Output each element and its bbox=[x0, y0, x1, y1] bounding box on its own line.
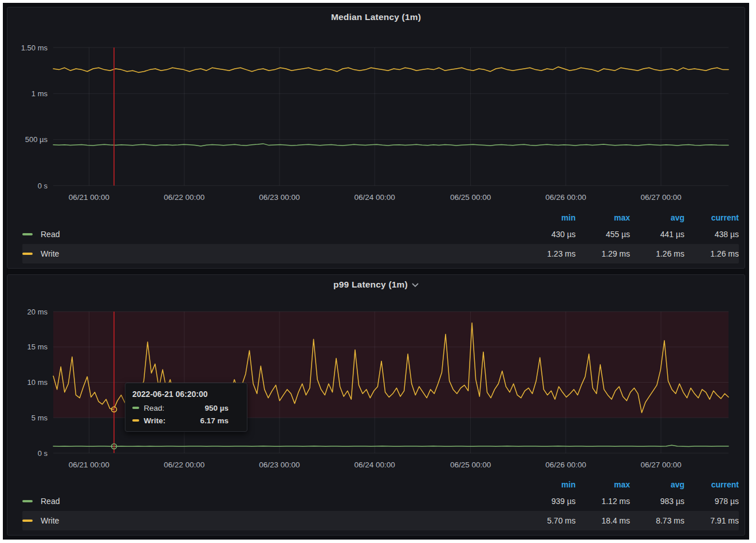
legend-row-write: Write 5.70 ms 18.4 ms 8.73 ms 7.91 ms bbox=[22, 511, 739, 530]
stat-current: 978 µs bbox=[684, 497, 739, 506]
legend-row-read: Read 430 µs 455 µs 441 µs 438 µs bbox=[22, 225, 739, 244]
chevron-down-icon[interactable] bbox=[412, 283, 419, 288]
stat-max: 1.29 ms bbox=[576, 249, 630, 258]
legend-stat-header-current[interactable]: current bbox=[684, 480, 739, 489]
legend-stats-header: min max avg current bbox=[22, 211, 739, 225]
svg-text:5 ms: 5 ms bbox=[32, 413, 48, 422]
stat-min: 939 µs bbox=[521, 497, 576, 506]
svg-text:06/22 00:00: 06/22 00:00 bbox=[164, 461, 204, 469]
stat-min: 1.23 ms bbox=[521, 249, 576, 258]
stat-min: 5.70 ms bbox=[521, 516, 576, 525]
svg-text:06/26 00:00: 06/26 00:00 bbox=[545, 461, 586, 469]
p99-latency-chart-canvas[interactable]: 0 s5 ms10 ms15 ms20 ms06/21 00:0006/22 0… bbox=[7, 294, 745, 478]
series-color-icon[interactable] bbox=[22, 500, 33, 502]
legend-stats: 430 µs 455 µs 441 µs 438 µs bbox=[521, 230, 739, 239]
stat-avg: 441 µs bbox=[630, 230, 684, 239]
legend-stat-header-min[interactable]: min bbox=[521, 480, 576, 489]
svg-text:06/25 00:00: 06/25 00:00 bbox=[450, 461, 491, 469]
svg-text:06/21 00:00: 06/21 00:00 bbox=[69, 193, 109, 202]
svg-text:0 s: 0 s bbox=[38, 448, 48, 457]
stat-avg: 8.73 ms bbox=[630, 516, 684, 525]
legend-stat-header-current[interactable]: current bbox=[684, 213, 739, 222]
legend-stats: 5.70 ms 18.4 ms 8.73 ms 7.91 ms bbox=[521, 516, 739, 525]
stat-current: 7.91 ms bbox=[684, 516, 739, 525]
tooltip-row-read: Read: 950 µs bbox=[132, 404, 240, 412]
tooltip-series-label: Write: bbox=[144, 416, 166, 425]
series-toggle-read[interactable]: Read bbox=[41, 230, 60, 239]
median-latency-chart-canvas[interactable]: 0 s500 µs1 ms1.50 ms06/21 00:0006/22 00:… bbox=[7, 27, 745, 211]
series-toggle-write[interactable]: Write bbox=[41, 516, 59, 525]
legend-stat-header-min[interactable]: min bbox=[521, 213, 576, 222]
stat-avg: 983 µs bbox=[630, 497, 684, 506]
series-color-icon[interactable] bbox=[22, 233, 33, 235]
svg-text:20 ms: 20 ms bbox=[27, 307, 48, 316]
legend-stats: 1.23 ms 1.29 ms 1.26 ms 1.26 ms bbox=[521, 249, 739, 258]
legend-row-read: Read 939 µs 1.12 ms 983 µs 978 µs bbox=[22, 491, 739, 511]
svg-text:06/27 00:00: 06/27 00:00 bbox=[640, 193, 681, 202]
svg-text:06/24 00:00: 06/24 00:00 bbox=[355, 193, 395, 202]
svg-text:06/23 00:00: 06/23 00:00 bbox=[259, 193, 300, 202]
svg-text:06/25 00:00: 06/25 00:00 bbox=[450, 193, 491, 202]
svg-text:1 ms: 1 ms bbox=[32, 89, 48, 98]
svg-text:06/22 00:00: 06/22 00:00 bbox=[164, 193, 204, 202]
svg-text:10 ms: 10 ms bbox=[27, 378, 48, 387]
svg-text:1.50 ms: 1.50 ms bbox=[21, 44, 48, 52]
svg-text:06/27 00:00: 06/27 00:00 bbox=[640, 461, 681, 469]
panel-title: Median Latency (1m) bbox=[331, 12, 421, 22]
stat-current: 438 µs bbox=[684, 230, 739, 239]
p99-latency-chart-area[interactable]: 0 s5 ms10 ms15 ms20 ms06/21 00:0006/22 0… bbox=[7, 294, 745, 478]
legend-stat-header-avg[interactable]: avg bbox=[630, 213, 684, 222]
dashboard: Median Latency (1m) 0 s500 µs1 ms1.50 ms… bbox=[3, 3, 749, 540]
graph-tooltip: 2022-06-21 06:20:00 Read: 950 µs Write: … bbox=[125, 383, 247, 432]
svg-text:06/21 00:00: 06/21 00:00 bbox=[69, 461, 109, 469]
legend-stats: 939 µs 1.12 ms 983 µs 978 µs bbox=[521, 497, 739, 506]
series-color-icon[interactable] bbox=[22, 520, 33, 522]
legend: min max avg current Read 430 µs 455 µs 4… bbox=[7, 211, 745, 268]
stat-current: 1.26 ms bbox=[684, 249, 739, 258]
svg-text:15 ms: 15 ms bbox=[27, 343, 48, 351]
stat-max: 1.12 ms bbox=[576, 497, 630, 506]
stat-min: 430 µs bbox=[521, 230, 576, 239]
svg-text:0 s: 0 s bbox=[38, 182, 48, 190]
legend-row-write: Write 1.23 ms 1.29 ms 1.26 ms 1.26 ms bbox=[22, 244, 739, 263]
panel-median-latency: Median Latency (1m) 0 s500 µs1 ms1.50 ms… bbox=[7, 7, 745, 269]
tooltip-series-label: Read: bbox=[144, 404, 164, 412]
series-color-icon bbox=[132, 407, 139, 409]
panel-title: p99 Latency (1m) bbox=[333, 280, 408, 290]
svg-text:500 µs: 500 µs bbox=[25, 135, 48, 144]
stat-max: 18.4 ms bbox=[576, 516, 630, 525]
stat-avg: 1.26 ms bbox=[630, 249, 684, 258]
tooltip-series-value: 950 µs bbox=[204, 404, 229, 412]
series-toggle-write[interactable]: Write bbox=[41, 249, 59, 258]
legend-stats-header: min max avg current bbox=[22, 478, 739, 491]
median-latency-chart-area[interactable]: 0 s500 µs1 ms1.50 ms06/21 00:0006/22 00:… bbox=[7, 27, 745, 211]
legend-stat-header-max[interactable]: max bbox=[576, 480, 630, 489]
series-color-icon bbox=[132, 419, 139, 422]
panel-p99-latency: p99 Latency (1m) 0 s5 ms10 ms15 ms20 ms0… bbox=[7, 274, 745, 536]
tooltip-series-value: 6.17 ms bbox=[200, 416, 229, 425]
panel-p99-latency-header[interactable]: p99 Latency (1m) bbox=[7, 275, 745, 294]
legend: min max avg current Read 939 µs 1.12 ms … bbox=[7, 478, 745, 535]
tooltip-row-write: Write: 6.17 ms bbox=[132, 416, 240, 425]
panel-median-latency-header[interactable]: Median Latency (1m) bbox=[7, 7, 745, 27]
svg-text:06/26 00:00: 06/26 00:00 bbox=[545, 193, 586, 202]
series-toggle-read[interactable]: Read bbox=[41, 497, 60, 506]
series-color-icon[interactable] bbox=[22, 253, 33, 255]
legend-stat-header-max[interactable]: max bbox=[576, 213, 630, 222]
stat-max: 455 µs bbox=[576, 230, 630, 239]
svg-text:06/23 00:00: 06/23 00:00 bbox=[259, 461, 300, 469]
legend-stat-header-avg[interactable]: avg bbox=[630, 480, 684, 489]
tooltip-timestamp: 2022-06-21 06:20:00 bbox=[132, 389, 240, 399]
svg-text:06/24 00:00: 06/24 00:00 bbox=[355, 461, 395, 469]
